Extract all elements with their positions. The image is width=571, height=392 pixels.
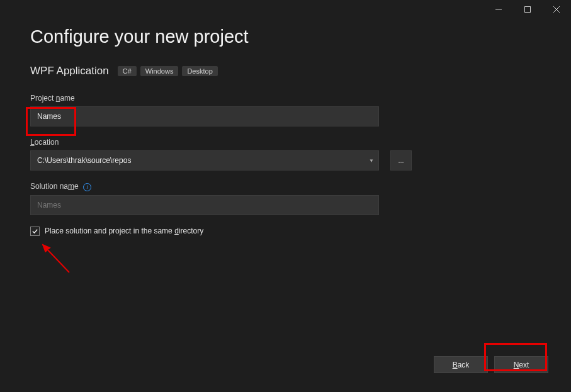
annotation-arrow [39,242,77,277]
wizard-footer: Back Next [434,356,548,373]
location-label: Location [30,138,541,147]
next-button[interactable]: Next [494,356,548,373]
same-directory-label: Place solution and project in the same d… [45,227,203,235]
location-combo[interactable]: ▼ [30,150,379,171]
project-name-group: Project name [30,94,541,126]
minimize-button[interactable] [484,0,513,19]
close-button[interactable] [542,0,571,19]
location-input[interactable] [30,150,379,171]
svg-line-4 [43,245,69,272]
solution-name-input [30,195,379,215]
same-directory-row[interactable]: Place solution and project in the same d… [30,227,541,236]
window-titlebar [0,0,571,19]
page-title: Configure your new project [30,26,541,47]
back-button[interactable]: Back [434,356,488,373]
solution-name-group: Solution name i [30,182,541,215]
template-header: WPF Application C# Windows Desktop [30,65,541,77]
browse-button[interactable]: ... [390,150,412,171]
project-name-input[interactable] [30,106,379,126]
tag-desktop: Desktop [182,66,217,76]
info-icon[interactable]: i [83,183,91,191]
tag-csharp: C# [118,66,137,76]
project-name-label: Project name [30,94,541,103]
template-tags: C# Windows Desktop [118,66,218,76]
solution-name-label: Solution name i [30,182,541,191]
maximize-button[interactable] [513,0,542,19]
template-name: WPF Application [30,65,109,77]
svg-rect-1 [525,7,531,13]
wizard-content: Configure your new project WPF Applicati… [0,19,571,236]
tag-windows: Windows [140,66,179,76]
same-directory-checkbox[interactable] [30,227,40,236]
location-group: Location ▼ ... [30,138,541,171]
